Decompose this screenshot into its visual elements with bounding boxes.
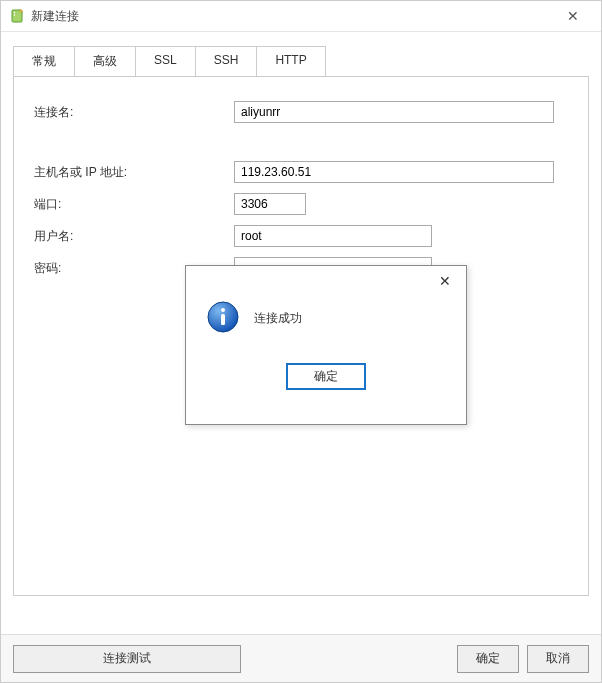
- row-connection-name: 连接名:: [34, 101, 568, 123]
- username-label: 用户名:: [34, 228, 234, 245]
- app-icon: [9, 8, 25, 24]
- tabs: 常规 高级 SSL SSH HTTP: [13, 46, 326, 76]
- svg-point-2: [14, 14, 16, 16]
- ok-button[interactable]: 确定: [457, 645, 519, 673]
- new-connection-window: 新建连接 ✕ 常规 高级 SSL SSH HTTP 连接名: 主机名或 IP 地…: [0, 0, 602, 683]
- svg-point-4: [221, 308, 225, 312]
- svg-point-1: [14, 12, 16, 14]
- tab-ssh[interactable]: SSH: [196, 47, 258, 76]
- tab-general[interactable]: 常规: [14, 47, 75, 76]
- dialog-ok-button[interactable]: 确定: [286, 363, 366, 390]
- window-close-button[interactable]: ✕: [553, 1, 593, 31]
- tab-http[interactable]: HTTP: [257, 47, 324, 76]
- dialog-message: 连接成功: [254, 310, 302, 327]
- row-port: 端口:: [34, 193, 568, 215]
- titlebar: 新建连接 ✕: [1, 1, 601, 32]
- cancel-button[interactable]: 取消: [527, 645, 589, 673]
- dialog-footer: 确定: [186, 363, 466, 390]
- connection-name-input[interactable]: [234, 101, 554, 123]
- port-label: 端口:: [34, 196, 234, 213]
- row-user: 用户名:: [34, 225, 568, 247]
- info-icon: [206, 300, 240, 337]
- host-input[interactable]: [234, 161, 554, 183]
- window-title: 新建连接: [31, 8, 553, 25]
- port-input[interactable]: [234, 193, 306, 215]
- dialog-close-button[interactable]: ✕: [430, 269, 460, 293]
- dialog-titlebar: ✕: [186, 266, 466, 296]
- row-host: 主机名或 IP 地址:: [34, 161, 568, 183]
- svg-rect-5: [221, 314, 225, 325]
- success-dialog: ✕ 连接成功 确定: [185, 265, 467, 425]
- host-label: 主机名或 IP 地址:: [34, 164, 234, 181]
- test-connection-button[interactable]: 连接测试: [13, 645, 241, 673]
- tab-advanced[interactable]: 高级: [75, 47, 136, 76]
- footer: 连接测试 确定 取消: [1, 634, 601, 682]
- connection-name-label: 连接名:: [34, 104, 234, 121]
- dialog-body: 连接成功: [186, 296, 466, 337]
- tab-ssl[interactable]: SSL: [136, 47, 196, 76]
- username-input[interactable]: [234, 225, 432, 247]
